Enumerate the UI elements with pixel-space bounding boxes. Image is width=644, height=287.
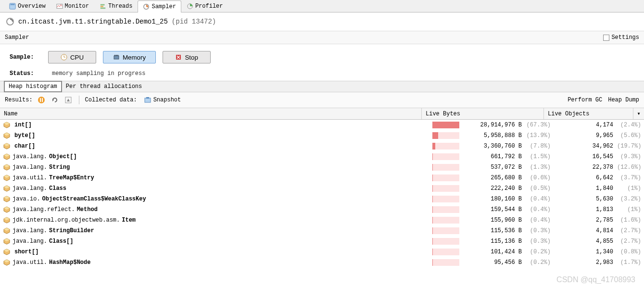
clock-icon [61, 54, 67, 61]
table-row[interactable]: java.lang. Class[]115,136 B(0.3%)4,855(2… [0, 236, 644, 247]
table-row[interactable]: short[]101,424 B(0.2%)1,340(0.8%) [0, 247, 644, 257]
class-package: java.lang.reflect. [13, 206, 75, 213]
table-row[interactable]: jdk.internal.org.objectweb.asm. Item155,… [0, 215, 644, 225]
status-value: memory sampling in progress [48, 70, 145, 77]
svg-point-19 [38, 97, 45, 103]
stop-button[interactable]: Stop [163, 51, 211, 63]
objects-pct: (1%) [617, 185, 644, 192]
title-class: cn.itcast.jvm.t1.stringtable.Demo1_25 [18, 18, 168, 25]
snapshot-button[interactable]: Snapshot [141, 95, 184, 105]
objects-value: 4,174 [555, 122, 617, 128]
tab-sampler[interactable]: Sampler [138, 0, 181, 12]
svg-rect-21 [42, 98, 43, 102]
bytes-bar [432, 249, 459, 255]
class-icon [3, 206, 11, 213]
class-name: Object[] [49, 153, 77, 160]
tab-label: Overview [18, 3, 46, 10]
class-icon [3, 153, 11, 161]
overview-icon [9, 3, 16, 10]
class-icon [3, 259, 11, 266]
table-row[interactable]: java.lang. StringBuilder115,536 B(0.3%)4… [0, 225, 644, 236]
bytes-value: 3,360,760 B [459, 143, 526, 150]
tab-overview[interactable]: Overview [4, 0, 51, 12]
heap-dump-button[interactable]: Heap Dump [608, 97, 639, 103]
table-header: Name Live Bytes Live Objects ▾ [0, 108, 644, 120]
collected-label: Collected data: [85, 97, 137, 103]
bytes-value: 661,792 B [459, 153, 526, 160]
table-row[interactable]: java.util. HashMap$Node95,456 B(0.2%)2,9… [0, 257, 644, 268]
settings-label: Settings [611, 34, 639, 41]
class-name: Class[] [49, 238, 73, 245]
bytes-bar [432, 122, 459, 128]
table-row[interactable]: byte[]5,958,888 B(13.9%)9,965(5.6%) [0, 130, 644, 141]
watermark: CSDN @qq_41708993 [556, 275, 635, 284]
tab-label: Profiler [195, 3, 223, 10]
class-name: int[] [14, 122, 32, 128]
tab-label: Monitor [65, 3, 89, 10]
bytes-pct: (1.5%) [526, 153, 555, 160]
refresh-button[interactable] [50, 95, 60, 105]
table-row[interactable]: java.lang. Class222,240 B(0.5%)1,840(1%) [0, 183, 644, 194]
col-bytes-header[interactable]: Live Bytes [422, 108, 544, 119]
controls-area: Sample: CPU Memory Stop Status: memory s… [0, 44, 644, 81]
col-objects-header[interactable]: Live Objects [544, 108, 633, 119]
table-row[interactable]: char[]3,360,760 B(7.8%)34,962(19.7%) [0, 141, 644, 151]
title-bar: cn.itcast.jvm.t1.stringtable.Demo1_25 (p… [0, 12, 644, 31]
bytes-value: 537,072 B [459, 164, 526, 171]
bytes-value: 95,456 B [459, 259, 526, 266]
separator [79, 96, 79, 104]
bytes-value: 101,424 B [459, 249, 526, 255]
table-row[interactable]: java.lang. Object[]661,792 B(1.5%)16,545… [0, 151, 644, 162]
table-row[interactable]: java.io. ObjectStreamClass$WeakClassKey1… [0, 194, 644, 204]
objects-value: 9,965 [555, 132, 617, 139]
objects-value: 34,962 [555, 143, 617, 150]
sub-tab-per-thread[interactable]: Per thread allocations [62, 82, 146, 91]
objects-pct: (2.7%) [617, 238, 644, 245]
stop-icon [175, 54, 182, 61]
snapshot-icon [144, 96, 152, 104]
table-row[interactable]: java.lang. String537,072 B(1.3%)22,378(1… [0, 162, 644, 173]
class-name: StringBuilder [49, 227, 94, 234]
class-name: byte[] [14, 132, 35, 139]
table-row[interactable]: java.util. TreeMap$Entry265,680 B(0.6%)6… [0, 173, 644, 183]
checkbox-icon [603, 35, 609, 41]
pause-button[interactable] [37, 95, 46, 105]
class-package: java.lang. [13, 185, 47, 192]
objects-pct: (12.6%) [617, 164, 644, 171]
bytes-pct: (0.5%) [526, 185, 555, 192]
bytes-value: 180,160 B [459, 196, 526, 202]
objects-value: 2,785 [555, 217, 617, 224]
class-icon [3, 227, 11, 235]
class-icon [3, 121, 11, 129]
svg-rect-3 [101, 4, 105, 6]
svg-rect-15 [117, 55, 118, 56]
sub-tab-histogram[interactable]: Heap histogram [4, 81, 62, 92]
table-body[interactable]: int[]28,914,976 B(67.3%)4,174(2.4%)byte[… [0, 120, 644, 274]
class-package: jdk.internal.org.objectweb.asm. [13, 217, 120, 224]
class-icon [3, 216, 11, 224]
tab-monitor[interactable]: Monitor [51, 0, 94, 12]
bytes-pct: (0.2%) [526, 259, 555, 266]
svg-rect-1 [11, 4, 15, 5]
settings-toggle[interactable]: Settings [603, 34, 639, 41]
threads-icon [100, 3, 106, 10]
svg-rect-25 [145, 98, 151, 102]
title-pid: (pid 13472) [172, 18, 216, 25]
cpu-button[interactable]: CPU [48, 51, 96, 63]
memory-button[interactable]: Memory [103, 51, 156, 63]
svg-rect-4 [101, 6, 103, 7]
table-row[interactable]: int[]28,914,976 B(67.3%)4,174(2.4%) [0, 120, 644, 130]
objects-pct: (5.6%) [617, 132, 644, 139]
tab-threads[interactable]: Threads [94, 0, 138, 12]
bytes-bar [432, 143, 459, 150]
col-menu-button[interactable]: ▾ [633, 108, 644, 119]
deltas-button[interactable] [63, 95, 73, 105]
objects-value: 22,378 [555, 164, 617, 171]
class-icon [3, 185, 11, 192]
class-package: java.util. [13, 259, 47, 266]
tab-label: Threads [108, 3, 132, 10]
table-row[interactable]: java.lang.reflect. Method159,544 B(0.4%)… [0, 204, 644, 215]
tab-profiler[interactable]: Profiler [181, 0, 228, 12]
col-name-header[interactable]: Name [0, 108, 422, 119]
perform-gc-button[interactable]: Perform GC [568, 97, 602, 103]
